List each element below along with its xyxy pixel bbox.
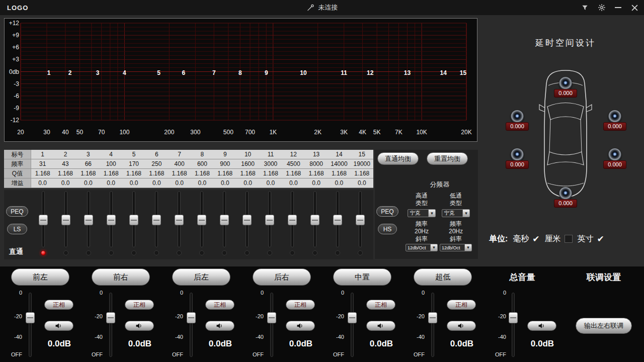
eq-band-fader-handle[interactable]: [107, 215, 116, 225]
channel-button-center[interactable]: 中置: [333, 268, 391, 286]
eq-band-fader-handle[interactable]: [243, 215, 252, 225]
eq-band-marker[interactable]: 1: [44, 69, 54, 76]
peq-button-right[interactable]: PEQ: [376, 206, 398, 217]
ls-button[interactable]: LS: [7, 224, 27, 234]
speaker-marker[interactable]: [608, 148, 621, 161]
speaker-marker[interactable]: [511, 110, 524, 123]
dropdown-arrow-icon[interactable]: ▼: [430, 244, 437, 251]
eq-band-indicator: [86, 250, 91, 255]
lp-slope-select[interactable]: 12db/Oct ▼: [440, 244, 472, 251]
eq-band-marker[interactable]: 5: [153, 69, 164, 76]
delay-value-badge: 0.000: [603, 160, 626, 169]
eq-band-marker[interactable]: 2: [65, 69, 75, 76]
eq-band-fader-handle[interactable]: [220, 215, 229, 225]
eq-id-cell: 6: [145, 150, 168, 159]
eq-band-marker[interactable]: 7: [209, 69, 219, 76]
eq-band-fader-handle[interactable]: [356, 215, 365, 225]
channel-fader-handle[interactable]: [348, 312, 357, 323]
filter-icon[interactable]: [581, 4, 589, 12]
hp-type-select[interactable]: 宁克 ▼: [408, 209, 436, 217]
phase-button[interactable]: 正相: [286, 300, 315, 310]
channel-fader-handle[interactable]: [428, 312, 437, 323]
eq-band-fader-handle[interactable]: [197, 215, 206, 225]
mute-button[interactable]: [286, 321, 315, 331]
channel-fader-handle[interactable]: [187, 312, 196, 323]
eq-band-fader-handle[interactable]: [152, 215, 161, 225]
eq-freq-tick: 3K: [335, 129, 353, 136]
eq-band-fader-handle[interactable]: [175, 215, 184, 225]
hs-button[interactable]: HS: [378, 224, 397, 234]
master-fader-handle[interactable]: [509, 312, 518, 323]
mute-button[interactable]: [125, 321, 154, 331]
bypass-eq-button[interactable]: 直通均衡: [377, 152, 419, 165]
unit-inch-checkbox[interactable]: ✔: [597, 234, 604, 244]
phase-button[interactable]: 正相: [44, 300, 73, 310]
settings-gear-icon[interactable]: [597, 4, 606, 12]
master-fader-track[interactable]: [512, 293, 515, 357]
dropdown-arrow-icon[interactable]: ▼: [464, 244, 471, 251]
eq-db-label: +9: [6, 32, 19, 39]
mute-button[interactable]: [447, 321, 476, 331]
close-button[interactable]: [630, 4, 639, 12]
master-mute-button[interactable]: [527, 321, 556, 331]
phase-button[interactable]: 正相: [205, 300, 234, 310]
channel-fader-track[interactable]: [351, 293, 354, 357]
dropdown-arrow-icon[interactable]: ▼: [428, 210, 435, 217]
eq-band-marker[interactable]: 8: [235, 69, 245, 76]
channel-button-front-right[interactable]: 前右: [92, 268, 150, 286]
eq-band-fader-handle[interactable]: [288, 215, 297, 225]
unit-ms-checkbox[interactable]: ✔: [532, 234, 539, 244]
minimize-button[interactable]: [614, 4, 622, 12]
dropdown-arrow-icon[interactable]: ▼: [462, 210, 469, 217]
output-lr-link-button[interactable]: 输出左右联调: [576, 318, 632, 334]
eq-band-fader-handle[interactable]: [265, 215, 274, 225]
phase-button[interactable]: 正相: [125, 300, 154, 310]
speaker-marker[interactable]: [559, 77, 572, 90]
mute-button[interactable]: [44, 321, 73, 331]
eq-graph-panel[interactable]: +12+9+6+30db-3-6-9-122030405070100200300…: [4, 18, 477, 142]
channel-button-rear-right[interactable]: 后右: [253, 268, 311, 286]
hp-slope-select[interactable]: 12db/Oct ▼: [406, 244, 438, 251]
channel-fader-track[interactable]: [29, 293, 32, 357]
channel-fader-track[interactable]: [190, 293, 193, 357]
mute-button[interactable]: [366, 321, 395, 331]
channel-fader-track[interactable]: [270, 293, 273, 357]
speaker-marker[interactable]: [608, 110, 621, 123]
channel-fader-handle[interactable]: [267, 312, 276, 323]
phase-button[interactable]: 正相: [366, 300, 395, 310]
channel-button-front-left[interactable]: 前左: [11, 268, 69, 286]
hp-column: 高通 类型 宁克 ▼ 频率 20Hz 斜率 12db/Oct ▼: [405, 192, 439, 251]
channel-button-rear-left[interactable]: 后左: [172, 268, 230, 286]
fader-scale-label: -40: [88, 334, 103, 340]
channel-button-subwoofer[interactable]: 超低: [414, 268, 472, 286]
eq-band-fader-handle[interactable]: [61, 215, 70, 225]
channel-fader-track[interactable]: [109, 293, 112, 357]
channel-gain-value: 0.0dB: [121, 339, 159, 349]
eq-band-marker[interactable]: 6: [179, 69, 189, 76]
unit-cm-checkbox[interactable]: [565, 235, 573, 243]
eq-band-marker[interactable]: 14: [438, 69, 448, 76]
speaker-marker[interactable]: [559, 187, 572, 200]
eq-band-fader-handle[interactable]: [39, 215, 48, 225]
eq-band-marker[interactable]: 11: [339, 69, 349, 76]
eq-band-fader-handle[interactable]: [310, 215, 319, 225]
phase-button[interactable]: 正相: [447, 300, 476, 310]
eq-band-marker[interactable]: 9: [261, 69, 271, 76]
eq-band-marker[interactable]: 4: [119, 69, 129, 76]
channel-fader-handle[interactable]: [26, 312, 35, 323]
channel-fader-handle[interactable]: [106, 312, 115, 323]
eq-band-fader-handle[interactable]: [129, 215, 138, 225]
channel-fader-track[interactable]: [431, 293, 434, 357]
mute-button[interactable]: [205, 321, 234, 331]
lp-type-select[interactable]: 宁克 ▼: [442, 209, 470, 217]
eq-band-fader-handle[interactable]: [333, 215, 342, 225]
eq-band-marker[interactable]: 12: [365, 69, 375, 76]
eq-band-fader-handle[interactable]: [84, 215, 93, 225]
eq-band-marker[interactable]: 10: [298, 69, 308, 76]
speaker-marker[interactable]: [511, 148, 524, 161]
eq-band-marker[interactable]: 3: [93, 69, 103, 76]
reset-eq-button[interactable]: 重置均衡: [427, 152, 468, 165]
eq-band-marker[interactable]: 13: [402, 69, 412, 76]
peq-button-left[interactable]: PEQ: [6, 206, 28, 217]
eq-band-marker[interactable]: 15: [458, 69, 468, 76]
